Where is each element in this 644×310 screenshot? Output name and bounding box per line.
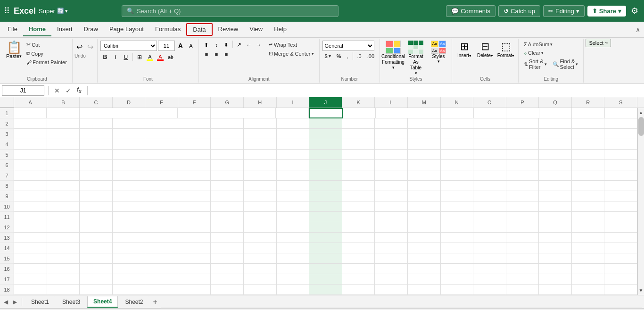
col-header-A[interactable]: A (14, 97, 47, 108)
tab-help[interactable]: Help (268, 23, 292, 36)
tab-insert[interactable]: Insert (51, 23, 78, 36)
grid-cell[interactable] (145, 181, 178, 191)
sheet-tab-sheet2[interactable]: Sheet2 (119, 296, 149, 308)
underline-button[interactable]: U (121, 52, 131, 62)
grid-cell[interactable] (113, 285, 146, 295)
dollar-button[interactable]: $ ▾ (322, 52, 333, 60)
grid-cell[interactable] (473, 150, 506, 160)
grid-cell[interactable] (441, 191, 474, 201)
grid-cell[interactable] (408, 253, 441, 264)
grid-cell[interactable] (178, 201, 211, 212)
grid-cell[interactable] (441, 170, 474, 181)
indent-increase-button[interactable]: → (254, 41, 264, 49)
select-all-button[interactable] (0, 97, 14, 108)
grid-cell[interactable] (211, 108, 243, 118)
scrollbar-thumb[interactable] (638, 117, 644, 136)
conditional-formatting-button[interactable]: ConditionalFormatting ▾ (383, 41, 404, 70)
grid-cell[interactable] (506, 274, 539, 285)
grid-cell[interactable] (342, 150, 375, 160)
grid-cell[interactable] (178, 191, 211, 201)
grid-cell[interactable] (80, 170, 113, 181)
grid-cell[interactable] (506, 233, 539, 243)
grid-cell[interactable] (441, 243, 474, 253)
grid-cell[interactable] (211, 170, 244, 181)
grid-cell[interactable] (408, 233, 441, 243)
grid-cell[interactable] (211, 212, 244, 222)
grid-cell[interactable] (539, 201, 572, 212)
grid-cell[interactable] (47, 253, 80, 264)
grid-cell[interactable] (342, 285, 375, 295)
row-num-8[interactable]: 8 (0, 181, 14, 191)
grid-cell[interactable] (178, 181, 211, 191)
formula-function-button[interactable]: fx (75, 86, 83, 94)
grid-cell[interactable] (604, 212, 637, 222)
grid-cell[interactable] (539, 212, 572, 222)
grid-cell[interactable] (277, 274, 310, 285)
grid-cell[interactable] (244, 274, 277, 285)
grid-cell[interactable] (277, 160, 310, 170)
grid-cell[interactable] (342, 201, 375, 212)
col-header-M[interactable]: M (408, 97, 441, 108)
align-middle-button[interactable]: ↕ (212, 41, 221, 49)
copy-button[interactable]: ⧉ Copy (24, 50, 69, 58)
grid-cell[interactable] (80, 264, 113, 274)
grid-cell[interactable] (408, 118, 441, 129)
font-size-input[interactable] (158, 41, 175, 51)
grid-cell[interactable] (276, 108, 308, 118)
grid-cell[interactable] (375, 139, 408, 150)
grid-cell[interactable] (113, 201, 146, 212)
grid-cell[interactable] (80, 253, 113, 264)
grid-cell[interactable] (178, 222, 211, 233)
grid-cell[interactable] (211, 264, 244, 274)
chevron-down-icon[interactable]: ▾ (65, 8, 68, 14)
align-bottom-button[interactable]: ⬇ (222, 41, 231, 49)
grid-cell[interactable] (539, 129, 572, 139)
grid-cell[interactable] (474, 108, 506, 118)
grid-cell[interactable] (539, 170, 572, 181)
grid-cell[interactable] (244, 285, 277, 295)
grid-cell[interactable] (408, 222, 441, 233)
grid-cell[interactable] (342, 212, 375, 222)
grid-cell[interactable] (14, 212, 47, 222)
grid-cell[interactable] (80, 150, 113, 160)
grid-cell[interactable] (47, 274, 80, 285)
vertical-scrollbar[interactable]: ▲ ▼ (637, 108, 644, 295)
increase-decimal-button[interactable]: .0 (355, 52, 364, 60)
grid-cell[interactable] (80, 222, 113, 233)
grid-cell[interactable] (309, 150, 342, 160)
row-num-5[interactable]: 5 (0, 150, 14, 160)
autosum-button[interactable]: Σ AutoSum ▾ (521, 41, 555, 48)
paste-button[interactable]: 📋 Paste ▾ (5, 40, 23, 60)
row-num-10[interactable]: 10 (0, 201, 14, 212)
grid-cell[interactable] (441, 274, 474, 285)
grid-cell[interactable] (605, 108, 637, 118)
grid-cell[interactable] (80, 243, 113, 253)
decrease-font-button[interactable]: A (186, 41, 196, 50)
comma-button[interactable]: , (344, 52, 350, 60)
grid-cell[interactable] (375, 285, 408, 295)
grid-cell[interactable] (47, 181, 80, 191)
clear-button[interactable]: ⬦ Clear ▾ (521, 49, 546, 57)
grid-cell[interactable] (441, 285, 474, 295)
sheet-tab-sheet4[interactable]: Sheet4 (87, 296, 118, 308)
grid-cell[interactable] (572, 285, 605, 295)
grid-cell[interactable] (277, 253, 310, 264)
grid-cell[interactable] (244, 118, 277, 129)
grid-cell[interactable] (473, 201, 506, 212)
grid-cell[interactable] (145, 285, 178, 295)
col-header-K[interactable]: K (342, 97, 375, 108)
grid-cell[interactable] (473, 160, 506, 170)
ribbon-collapse-icon[interactable]: ∧ (636, 26, 640, 34)
grid-cell[interactable] (342, 243, 375, 253)
grid-cell[interactable] (244, 243, 277, 253)
grid-cell[interactable] (604, 264, 637, 274)
grid-cell[interactable] (441, 181, 474, 191)
grid-cell[interactable] (539, 139, 572, 150)
grid-cell[interactable] (113, 233, 146, 243)
grid-cell[interactable] (47, 118, 80, 129)
grid-cell[interactable] (145, 264, 178, 274)
merge-center-button[interactable]: ⊡ Merge & Center ▾ (266, 50, 316, 58)
grid-cell[interactable] (277, 170, 310, 181)
grid-cell[interactable] (473, 233, 506, 243)
grid-cell[interactable] (309, 212, 342, 222)
